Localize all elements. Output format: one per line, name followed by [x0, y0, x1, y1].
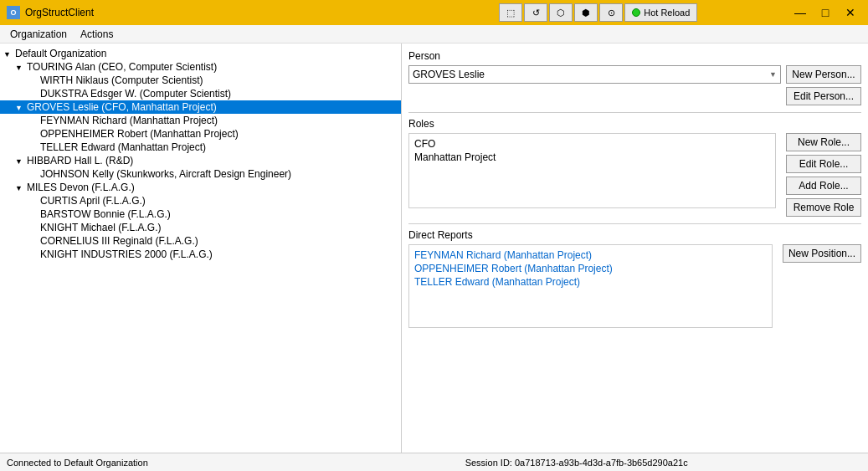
new-person-button[interactable]: New Person... — [786, 65, 861, 84]
person-dropdown[interactable]: GROVES Leslie ▼ — [408, 65, 781, 84]
person-label: Person — [408, 50, 861, 62]
tree-item[interactable]: FEYNMAN Richard (Manhattan Project) — [0, 114, 401, 127]
tree-item[interactable]: CORNELIUS III Reginald (F.L.A.G.) — [0, 234, 401, 248]
toolbar-btn-3[interactable]: ⬡ — [549, 3, 573, 22]
right-panel: Person GROVES Leslie ▼ New Person... Edi… — [402, 44, 868, 453]
tree-item[interactable]: DUKSTRA Edsger W. (Computer Scientist) — [0, 87, 401, 100]
direct-reports-buttons: New Position... — [778, 244, 861, 263]
expand-icon: ▼ — [15, 184, 27, 192]
roles-section: Roles CFOManhattan Project New Role... E… — [408, 118, 861, 217]
expand-icon: ▼ — [15, 104, 27, 112]
direct-reports-list: FEYNMAN Richard (Manhattan Project)OPPEN… — [408, 244, 773, 328]
tree-item[interactable]: JOHNSON Kelly (Skunkworks, Aircraft Desi… — [0, 167, 401, 181]
roles-buttons: New Role... Edit Role... Add Role... Rem… — [781, 133, 861, 217]
tree-item[interactable]: ▼MILES Devon (F.L.A.G.) — [0, 181, 401, 194]
dropdown-arrow-icon: ▼ — [769, 70, 777, 79]
direct-report-item[interactable]: TELLER Edward (Manhattan Project) — [413, 275, 768, 289]
tree-panel: ▼Default Organization▼TOURING Alan (CEO,… — [0, 44, 402, 453]
direct-reports-section: Direct Reports FEYNMAN Richard (Manhatta… — [408, 229, 861, 330]
title-bar: O OrgStructClient ⬚ ↺ ⬡ ⬢ ⊙ Hot Reload —… — [0, 0, 868, 25]
main-content: ▼Default Organization▼TOURING Alan (CEO,… — [0, 44, 868, 453]
tree-item-label: FEYNMAN Richard (Manhattan Project) — [40, 115, 218, 126]
divider-1 — [408, 112, 861, 113]
tree-item-label: Default Organization — [15, 48, 106, 59]
close-button[interactable]: ✕ — [840, 3, 861, 22]
hot-reload-label: Hot Reload — [644, 8, 690, 18]
divider-2 — [408, 223, 861, 224]
remove-role-button[interactable]: Remove Role — [786, 198, 861, 217]
menu-organization[interactable]: Organization — [3, 27, 74, 42]
edit-role-button[interactable]: Edit Role... — [786, 155, 861, 173]
person-value: GROVES Leslie — [413, 69, 485, 80]
new-role-button[interactable]: New Role... — [786, 133, 861, 151]
tree-item-label: JOHNSON Kelly (Skunkworks, Aircraft Desi… — [40, 168, 291, 180]
tree-item[interactable]: ▼HIBBARD Hall L. (R&D) — [0, 154, 401, 167]
maximize-button[interactable]: □ — [814, 3, 836, 22]
app-icon: O — [7, 6, 20, 19]
tree-item[interactable]: WIRTH Niklaus (Computer Scientist) — [0, 74, 401, 87]
direct-report-item[interactable]: OPPENHEIMER Robert (Manhattan Project) — [413, 262, 768, 275]
hot-reload-button[interactable]: Hot Reload — [624, 3, 697, 22]
roles-list: CFOManhattan Project — [408, 133, 776, 208]
person-section: Person GROVES Leslie ▼ New Person... Edi… — [408, 50, 861, 105]
tree-item-label: KNIGHT INDUSTRIES 2000 (F.L.A.G.) — [40, 248, 213, 260]
toolbar-btn-5[interactable]: ⊙ — [599, 3, 623, 22]
tree-item[interactable]: TELLER Edward (Manhattan Project) — [0, 141, 401, 154]
expand-icon: ▼ — [3, 50, 15, 59]
tree-item-label: WIRTH Niklaus (Computer Scientist) — [40, 74, 203, 86]
status-bar: Connected to Default Organization Sessio… — [0, 453, 868, 471]
menu-bar: Organization Actions — [0, 25, 868, 44]
tree-item-label: HIBBARD Hall L. (R&D) — [27, 155, 133, 166]
roles-row: CFOManhattan Project New Role... Edit Ro… — [408, 133, 861, 217]
tree-item[interactable]: ▼TOURING Alan (CEO, Computer Scientist) — [0, 60, 401, 74]
tree-item[interactable]: OPPENHEIMER Robert (Manhattan Project) — [0, 127, 401, 141]
window-controls: — □ ✕ — [789, 3, 861, 22]
edit-person-button[interactable]: Edit Person... — [786, 87, 861, 105]
tree-item[interactable]: KNIGHT INDUSTRIES 2000 (F.L.A.G.) — [0, 248, 401, 261]
tree-item[interactable]: ▼GROVES Leslie (CFO, Manhattan Project) — [0, 100, 401, 114]
tree-item-label: DUKSTRA Edsger W. (Computer Scientist) — [40, 88, 231, 100]
hot-reload-indicator — [632, 8, 640, 17]
tree-item-label: TELLER Edward (Manhattan Project) — [40, 141, 206, 153]
expand-icon: ▼ — [15, 157, 27, 166]
new-position-button[interactable]: New Position... — [783, 244, 861, 263]
direct-reports-row: FEYNMAN Richard (Manhattan Project)OPPEN… — [408, 244, 861, 330]
tree-item-label: TOURING Alan (CEO, Computer Scientist) — [27, 61, 217, 73]
tree-item-label: CORNELIUS III Reginald (F.L.A.G.) — [40, 235, 198, 247]
tree-item[interactable]: ▼Default Organization — [0, 47, 401, 60]
tree-item[interactable]: CURTIS April (F.L.A.G.) — [0, 194, 401, 207]
direct-reports-label: Direct Reports — [408, 229, 861, 241]
roles-label: Roles — [408, 118, 861, 130]
person-row: GROVES Leslie ▼ New Person... — [408, 65, 861, 84]
tree-item[interactable]: KNIGHT Michael (F.L.A.G.) — [0, 221, 401, 234]
tree-item-label: MILES Devon (F.L.A.G.) — [27, 182, 135, 193]
menu-actions[interactable]: Actions — [74, 27, 120, 42]
toolbar-btn-4[interactable]: ⬢ — [574, 3, 598, 22]
status-connected: Connected to Default Organization — [7, 458, 291, 468]
direct-report-item[interactable]: FEYNMAN Richard (Manhattan Project) — [413, 248, 768, 262]
status-session: Session ID: 0a718713-a93b-4d3d-a7fb-3b65… — [291, 458, 861, 468]
role-item[interactable]: Manhattan Project — [413, 151, 772, 164]
app-title: OrgStructClient — [25, 7, 408, 18]
tree-item-label: BARSTOW Bonnie (F.L.A.G.) — [40, 208, 171, 220]
tree-item-label: CURTIS April (F.L.A.G.) — [40, 195, 146, 207]
tree-item-label: GROVES Leslie (CFO, Manhattan Project) — [27, 101, 217, 113]
toolbar: ⬚ ↺ ⬡ ⬢ ⊙ Hot Reload — [408, 3, 790, 22]
tree-item-label: KNIGHT Michael (F.L.A.G.) — [40, 222, 161, 233]
add-role-button[interactable]: Add Role... — [786, 177, 861, 195]
role-item[interactable]: CFO — [413, 137, 772, 151]
toolbar-btn-2[interactable]: ↺ — [524, 3, 547, 22]
toolbar-btn-1[interactable]: ⬚ — [499, 3, 522, 22]
minimize-button[interactable]: — — [789, 3, 811, 22]
tree-item-label: OPPENHEIMER Robert (Manhattan Project) — [40, 128, 239, 140]
tree-item[interactable]: BARSTOW Bonnie (F.L.A.G.) — [0, 207, 401, 221]
expand-icon: ▼ — [15, 64, 27, 72]
